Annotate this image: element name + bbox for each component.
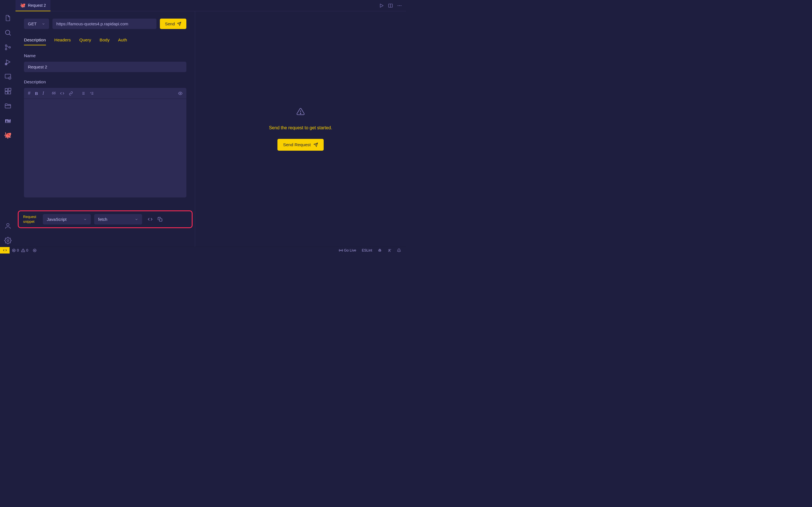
description-label: Description bbox=[24, 79, 186, 84]
remote-explorer-icon[interactable] bbox=[3, 72, 12, 81]
tab-title: Request 2 bbox=[28, 3, 46, 8]
eslint-status[interactable]: ESLint bbox=[359, 248, 374, 252]
name-label: Name bbox=[24, 53, 186, 58]
editor-tab-request[interactable]: 🐙 Request 2 bbox=[15, 0, 50, 11]
remote-indicator[interactable] bbox=[0, 247, 10, 253]
tab-query[interactable]: Query bbox=[79, 38, 91, 45]
settings-gear-icon[interactable] bbox=[3, 236, 12, 245]
svg-point-5 bbox=[401, 5, 401, 6]
svg-point-36 bbox=[23, 251, 23, 251]
svg-point-9 bbox=[5, 48, 6, 50]
activity-bar: FM 🐙 bbox=[0, 11, 15, 247]
tab-body[interactable]: Body bbox=[100, 38, 109, 45]
svg-rect-17 bbox=[8, 92, 11, 94]
svg-point-28 bbox=[180, 93, 181, 94]
send-icon bbox=[313, 143, 318, 147]
send-icon bbox=[177, 22, 181, 26]
tab-description[interactable]: Description bbox=[24, 38, 46, 45]
fm-icon[interactable]: FM bbox=[3, 116, 12, 125]
chevron-down-icon bbox=[42, 22, 45, 25]
problems-errors[interactable]: 0 bbox=[10, 248, 21, 252]
tab-auth[interactable]: Auth bbox=[118, 38, 127, 45]
heading-icon[interactable]: # bbox=[28, 91, 31, 96]
tab-headers[interactable]: Headers bbox=[54, 38, 71, 45]
svg-point-6 bbox=[5, 30, 10, 34]
italic-icon[interactable]: I bbox=[43, 91, 44, 96]
snippet-library-select[interactable]: fetch bbox=[94, 214, 142, 224]
warning-icon bbox=[296, 107, 305, 117]
chevron-down-icon bbox=[135, 218, 138, 221]
octopus-sidebar-icon[interactable]: 🐙 bbox=[3, 131, 12, 140]
tabbar-actions bbox=[379, 3, 406, 8]
more-icon[interactable] bbox=[397, 3, 402, 8]
svg-point-3 bbox=[398, 5, 398, 6]
svg-rect-16 bbox=[5, 92, 8, 94]
list-icon[interactable] bbox=[81, 91, 85, 96]
problems-warnings[interactable]: 0 bbox=[21, 248, 31, 252]
search-icon[interactable] bbox=[3, 28, 12, 37]
source-control-icon[interactable] bbox=[3, 43, 12, 52]
description-editor[interactable] bbox=[24, 99, 186, 198]
response-panel: Send the request to get started. Send Re… bbox=[195, 11, 406, 247]
code-brackets-icon[interactable] bbox=[148, 217, 153, 222]
svg-point-21 bbox=[7, 240, 9, 242]
svg-point-43 bbox=[389, 249, 390, 250]
bold-icon[interactable]: B bbox=[35, 91, 38, 96]
name-input[interactable] bbox=[24, 62, 186, 72]
explorer-icon[interactable] bbox=[3, 13, 12, 22]
ordered-list-icon[interactable] bbox=[90, 91, 94, 96]
svg-point-20 bbox=[6, 223, 9, 226]
svg-point-8 bbox=[5, 45, 6, 46]
warning-count: 0 bbox=[26, 248, 28, 252]
copilot-icon[interactable] bbox=[375, 248, 384, 252]
svg-point-10 bbox=[9, 47, 10, 48]
send-button-label: Send bbox=[165, 21, 175, 26]
feedback-icon[interactable] bbox=[385, 248, 394, 252]
run-debug-icon[interactable] bbox=[3, 57, 12, 66]
code-icon[interactable] bbox=[60, 91, 64, 96]
svg-rect-29 bbox=[159, 219, 162, 221]
snippet-library-value: fetch bbox=[98, 217, 107, 222]
tab-bar: 🐙 Request 2 bbox=[15, 0, 406, 11]
chevron-down-icon bbox=[84, 218, 87, 221]
svg-rect-19 bbox=[5, 105, 11, 108]
send-request-button[interactable]: Send Request bbox=[277, 139, 324, 151]
svg-point-37 bbox=[34, 250, 35, 251]
eslint-label: ESLint bbox=[362, 248, 372, 252]
request-editor-panel: GET Send Description Headers Query Body … bbox=[15, 11, 195, 247]
account-icon[interactable] bbox=[3, 221, 12, 230]
go-live-button[interactable]: Go Live bbox=[337, 248, 358, 252]
svg-point-39 bbox=[341, 250, 341, 250]
link-icon[interactable] bbox=[69, 91, 73, 96]
request-tabs: Description Headers Query Body Auth bbox=[15, 29, 195, 45]
copy-icon[interactable] bbox=[158, 217, 162, 222]
url-input[interactable] bbox=[52, 18, 156, 29]
status-bar: 0 0 Go Live ESLint bbox=[0, 247, 406, 253]
play-icon[interactable] bbox=[379, 3, 384, 8]
markdown-toolbar: # B I 66 bbox=[24, 88, 186, 99]
svg-rect-18 bbox=[8, 88, 11, 91]
folder-icon[interactable] bbox=[3, 101, 12, 110]
send-button[interactable]: Send bbox=[160, 18, 186, 29]
go-live-label: Go Live bbox=[344, 248, 356, 252]
port-indicator[interactable] bbox=[31, 248, 39, 252]
preview-icon[interactable] bbox=[178, 91, 183, 96]
svg-rect-15 bbox=[5, 89, 8, 91]
snippet-label: Request snippet bbox=[23, 215, 40, 224]
svg-point-42 bbox=[380, 250, 380, 250]
octopus-icon: 🐙 bbox=[20, 3, 26, 8]
send-request-label: Send Request bbox=[283, 142, 311, 147]
http-method-select[interactable]: GET bbox=[24, 18, 49, 29]
notifications-icon[interactable] bbox=[395, 248, 403, 252]
quote-icon[interactable]: 66 bbox=[52, 91, 56, 95]
svg-point-4 bbox=[399, 5, 400, 6]
svg-point-31 bbox=[300, 113, 301, 114]
http-method-value: GET bbox=[28, 21, 37, 26]
split-editor-icon[interactable] bbox=[388, 3, 393, 8]
svg-line-7 bbox=[9, 34, 10, 35]
extensions-icon[interactable] bbox=[3, 87, 12, 96]
svg-point-41 bbox=[379, 250, 379, 250]
empty-state-message: Send the request to get started. bbox=[269, 125, 332, 130]
snippet-language-select[interactable]: JavaScript bbox=[43, 214, 91, 224]
error-count: 0 bbox=[17, 248, 19, 252]
